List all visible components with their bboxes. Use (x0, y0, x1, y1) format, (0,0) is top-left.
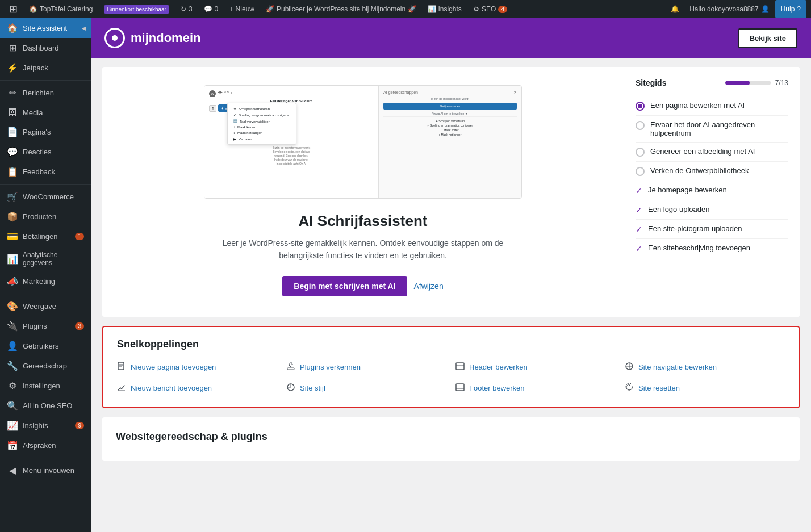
sitegids-item[interactable]: ✓ Een site-pictogram uploaden (636, 220, 788, 239)
sidebar-item-gebruikers[interactable]: 👤 Gebruikers (0, 336, 91, 356)
sidebar-item-label: Afspraken (23, 441, 56, 450)
shortcut-nieuw-bericht[interactable]: Nieuw bericht toevoegen (117, 380, 277, 396)
menu-separator (0, 80, 91, 81)
sitegids-item-label: Een sitebeschrijving toevoegen (648, 244, 750, 252)
sitegids-item[interactable]: Genereer een afbeelding met AI (636, 143, 788, 162)
sidebar-item-feedback[interactable]: 📋 Feedback (0, 162, 91, 182)
radio-empty-icon (636, 121, 645, 130)
sidebar-item-plugins[interactable]: 🔌 Plugins 3 (0, 316, 91, 336)
sidebar-item-analytische[interactable]: 📊 Analytische gegevens (0, 246, 91, 271)
shortcut-plugins[interactable]: Plugins verkennen (286, 359, 446, 375)
sidebar-item-betalingen[interactable]: 💳 Betalingen 1 (0, 227, 91, 246)
wp-logo-button[interactable]: ⊞ (5, 0, 22, 18)
updates-button[interactable]: ↻ 3 (176, 0, 197, 18)
updates-icon: ↻ (181, 5, 186, 13)
ai-editor-mock: W ◀ ▶ ↩ ↻ ⋮ Fluisteringen van Silicium ¶… (204, 86, 379, 198)
shortcut-header[interactable]: Header bewerken (455, 359, 616, 375)
hello-label: Hallo dokoyovosa8887 (689, 5, 758, 13)
sidebar-item-gereedschap[interactable]: 🔧 Gereedschap (0, 356, 91, 376)
sidebar-item-site-assistent[interactable]: 🏠 Site Assistent ◀ (0, 18, 91, 38)
sitegids-item-label: Een pagina bewerken met AI (650, 101, 745, 110)
sidebar-item-label: WooCommerce (23, 192, 74, 201)
sidebar-item-reacties[interactable]: 💬 Reacties (0, 142, 91, 162)
betalingen-badge: 1 (75, 233, 84, 240)
comments-button[interactable]: 💬 0 (199, 0, 223, 18)
sidebar-item-producten[interactable]: 📦 Producten (0, 207, 91, 227)
sitegids-item[interactable]: ✓ Je homepage bewerken (636, 181, 788, 200)
menu-separator (0, 184, 91, 185)
admin-bar: ⊞ 🏠 TopTafel Catering Binnenkort beschik… (0, 0, 811, 18)
sidebar-item-paginas[interactable]: 📄 Pagina's (0, 122, 91, 142)
sidebar-item-label: Instellingen (23, 382, 60, 390)
bekijk-site-button[interactable]: Bekijk site (738, 28, 797, 48)
reset-icon (625, 383, 634, 393)
sitegids-title: Sitegids (636, 78, 666, 87)
help-icon: ? (797, 5, 801, 13)
sitegids-item[interactable]: Een pagina bewerken met AI (636, 97, 788, 116)
sidebar-item-marketing[interactable]: 📣 Marketing (0, 271, 91, 291)
sitegids-item[interactable]: ✓ Een logo uploaden (636, 200, 788, 220)
snelkoppelingen-card: Snelkoppelingen Nieuwe pagina toevoegen … (102, 326, 800, 408)
notifications-button[interactable]: 🔔 (666, 0, 684, 18)
plugins-badge: 3 (75, 322, 84, 330)
shortcut-navigatie[interactable]: Site navigatie bewerken (625, 359, 785, 375)
comments-icon: 💬 (204, 5, 212, 13)
sitegids-header: Sitegids 7/13 (636, 78, 788, 87)
logo-circle (104, 28, 125, 48)
sitegids-item[interactable]: Ervaar het door AI aangedreven hulpcentr… (636, 116, 788, 143)
sidebar-item-label: Site Assistent (23, 24, 67, 32)
header-icon (455, 362, 465, 372)
shortcut-stijl[interactable]: Site stijl (286, 380, 446, 396)
sidebar-item-afspraken[interactable]: 📅 Afspraken (0, 435, 91, 455)
media-icon: 🖼 (7, 107, 18, 118)
shortcut-label: Nieuw bericht toevoegen (131, 384, 212, 392)
sidebar-item-label: Producten (23, 212, 56, 221)
sidebar-item-collapse[interactable]: ◀ Menu invouwen (0, 460, 91, 480)
publish-button[interactable]: 🚀 Publiceer je WordPress site bij Mijndo… (261, 0, 421, 18)
avatar-icon: 👤 (761, 5, 770, 13)
shortcut-label: Plugins verkennen (300, 363, 361, 371)
user-profile-button[interactable]: Hallo dokoyovosa8887 👤 (685, 0, 774, 18)
insights-topbar-button[interactable]: 📊 Insights (423, 0, 466, 18)
gereedschap-icon: 🔧 (7, 361, 18, 371)
mijndomein-logo: mijndomein (104, 28, 200, 48)
ai-feature-main: W ◀ ▶ ↩ ↻ ⋮ Fluisteringen van Silicium ¶… (102, 67, 624, 317)
sidebar-item-woocommerce[interactable]: 🛒 WooCommerce (0, 187, 91, 207)
help-button[interactable]: Hulp ? (775, 0, 806, 18)
logo-text: mijndomein (131, 31, 200, 45)
content-area: W ◀ ▶ ↩ ↻ ⋮ Fluisteringen van Silicium ¶… (91, 58, 811, 470)
svg-rect-4 (287, 368, 294, 370)
woocommerce-icon: 🛒 (7, 191, 18, 202)
afwijzen-button[interactable]: Afwijzen (414, 282, 444, 291)
producten-icon: 📦 (7, 211, 18, 222)
ai-feature-title: AI Schrijfassistent (299, 212, 428, 230)
shortcut-footer[interactable]: Footer bewerken (455, 380, 616, 396)
begin-schrijven-button[interactable]: Begin met schrijven met AI (282, 276, 407, 296)
sidebar-item-weergave[interactable]: 🎨 Weergave (0, 296, 91, 316)
sidebar-item-insights[interactable]: 📈 Insights 9 (0, 416, 91, 435)
seo-button[interactable]: ⚙ SEO 4 (469, 0, 512, 18)
sidebar-item-allinoneseo[interactable]: 🔍 All in One SEO (0, 396, 91, 416)
analytische-icon: 📊 (7, 254, 18, 265)
mijndomein-header: mijndomein Bekijk site (91, 18, 811, 58)
sidebar-item-instellingen[interactable]: ⚙ Instellingen (0, 376, 91, 396)
websitegereedschap-card: Websitegereedschap & plugins (102, 417, 800, 461)
soon-label: Binnenkort beschikbaar (104, 5, 169, 14)
sidebar-item-dashboard[interactable]: ⊞ Dashboard (0, 38, 91, 58)
sidebar-item-berichten[interactable]: ✏ Berichten (0, 83, 91, 103)
site-name-button[interactable]: 🏠 TopTafel Catering (24, 0, 97, 18)
shortcut-nieuwe-pagina[interactable]: Nieuwe pagina toevoegen (117, 359, 277, 375)
sidebar-item-label: Berichten (23, 89, 54, 97)
sidebar-item-jetpack[interactable]: ⚡ Jetpack (0, 58, 91, 78)
footer-icon (455, 383, 465, 393)
publish-label: Publiceer je WordPress site bij Mijndome… (277, 5, 416, 13)
sitegids-item[interactable]: ✓ Een sitebeschrijving toevoegen (636, 239, 788, 258)
sitegids-item[interactable]: Verken de Ontwerpbibliotheek (636, 162, 788, 181)
sidebar-item-media[interactable]: 🖼 Media (0, 103, 91, 122)
shortcut-reset[interactable]: Site resetten (625, 380, 785, 396)
ai-panel-header: AI-gereedschappen ✕ (383, 90, 517, 95)
publish-icon: 🚀 (266, 5, 274, 13)
new-content-button[interactable]: + Nieuw (225, 0, 259, 18)
aioseo-icon: 🔍 (7, 400, 18, 411)
ai-menu-spelling: ✓Spelling en grammatica corrigeren (230, 112, 294, 118)
